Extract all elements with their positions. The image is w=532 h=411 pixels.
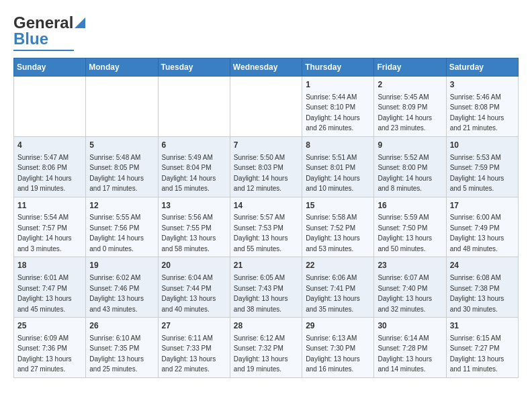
- day-number: 17: [450, 200, 515, 212]
- day-number: 7: [234, 140, 298, 151]
- weekday-header-tuesday: Tuesday: [158, 58, 230, 77]
- day-info: Sunrise: 5:44 AM Sunset: 8:10 PM Dayligh…: [306, 93, 360, 132]
- calendar-cell: 8Sunrise: 5:51 AM Sunset: 8:01 PM Daylig…: [302, 136, 374, 197]
- calendar-cell: 15Sunrise: 5:58 AM Sunset: 7:52 PM Dayli…: [302, 197, 374, 257]
- calendar-week-row: 25Sunrise: 6:09 AM Sunset: 7:36 PM Dayli…: [14, 318, 519, 378]
- calendar-cell: 18Sunrise: 6:01 AM Sunset: 7:47 PM Dayli…: [14, 257, 86, 318]
- day-info: Sunrise: 6:14 AM Sunset: 7:28 PM Dayligh…: [378, 334, 432, 373]
- calendar-cell: 3Sunrise: 5:46 AM Sunset: 8:08 PM Daylig…: [446, 77, 518, 137]
- day-number: 24: [450, 260, 515, 271]
- day-info: Sunrise: 5:51 AM Sunset: 8:01 PM Dayligh…: [306, 154, 360, 193]
- calendar-cell: 23Sunrise: 6:07 AM Sunset: 7:40 PM Dayli…: [374, 257, 446, 318]
- day-number: 8: [306, 140, 370, 151]
- calendar-header: SundayMondayTuesdayWednesdayThursdayFrid…: [14, 58, 519, 77]
- weekday-header-thursday: Thursday: [302, 58, 374, 77]
- calendar-cell: 27Sunrise: 6:11 AM Sunset: 7:33 PM Dayli…: [158, 318, 230, 378]
- weekday-header-sunday: Sunday: [14, 58, 86, 77]
- day-info: Sunrise: 6:09 AM Sunset: 7:36 PM Dayligh…: [17, 334, 72, 373]
- day-info: Sunrise: 5:59 AM Sunset: 7:50 PM Dayligh…: [378, 214, 432, 253]
- day-number: 19: [89, 260, 154, 271]
- day-number: 10: [450, 140, 515, 151]
- day-info: Sunrise: 6:05 AM Sunset: 7:43 PM Dayligh…: [234, 274, 288, 313]
- weekday-header-friday: Friday: [374, 58, 446, 77]
- day-info: Sunrise: 5:58 AM Sunset: 7:52 PM Dayligh…: [306, 214, 360, 253]
- day-info: Sunrise: 5:48 AM Sunset: 8:05 PM Dayligh…: [89, 154, 144, 193]
- day-info: Sunrise: 6:01 AM Sunset: 7:47 PM Dayligh…: [17, 274, 72, 313]
- day-number: 18: [17, 260, 82, 271]
- day-number: 9: [378, 140, 442, 151]
- day-number: 2: [378, 79, 442, 91]
- calendar-cell: 12Sunrise: 5:55 AM Sunset: 7:56 PM Dayli…: [86, 197, 158, 257]
- weekday-header-wednesday: Wednesday: [230, 58, 302, 77]
- day-number: 30: [378, 320, 442, 332]
- calendar-cell: 16Sunrise: 5:59 AM Sunset: 7:50 PM Dayli…: [374, 197, 446, 257]
- day-number: 23: [378, 260, 442, 271]
- day-info: Sunrise: 5:53 AM Sunset: 7:59 PM Dayligh…: [450, 154, 504, 193]
- day-info: Sunrise: 5:47 AM Sunset: 8:06 PM Dayligh…: [17, 154, 72, 193]
- day-info: Sunrise: 6:08 AM Sunset: 7:38 PM Dayligh…: [450, 274, 504, 313]
- day-number: 28: [234, 320, 298, 332]
- day-number: 29: [306, 320, 370, 332]
- calendar-cell: [158, 77, 230, 137]
- day-number: 3: [450, 79, 515, 91]
- calendar-cell: 7Sunrise: 5:50 AM Sunset: 8:03 PM Daylig…: [230, 136, 302, 197]
- calendar-cell: 21Sunrise: 6:05 AM Sunset: 7:43 PM Dayli…: [230, 257, 302, 318]
- calendar-cell: [86, 77, 158, 137]
- day-info: Sunrise: 6:10 AM Sunset: 7:35 PM Dayligh…: [89, 334, 144, 373]
- weekday-header-monday: Monday: [86, 58, 158, 77]
- day-number: 5: [89, 140, 154, 151]
- day-info: Sunrise: 6:00 AM Sunset: 7:49 PM Dayligh…: [450, 214, 504, 253]
- day-info: Sunrise: 6:06 AM Sunset: 7:41 PM Dayligh…: [306, 274, 360, 313]
- day-info: Sunrise: 5:57 AM Sunset: 7:53 PM Dayligh…: [234, 214, 288, 253]
- calendar-week-row: 11Sunrise: 5:54 AM Sunset: 7:57 PM Dayli…: [14, 197, 519, 257]
- day-info: Sunrise: 6:04 AM Sunset: 7:44 PM Dayligh…: [162, 274, 216, 313]
- logo-arrow-icon: [73, 16, 87, 30]
- day-number: 6: [162, 140, 226, 151]
- day-info: Sunrise: 5:49 AM Sunset: 8:04 PM Dayligh…: [162, 154, 216, 193]
- calendar-week-row: 1Sunrise: 5:44 AM Sunset: 8:10 PM Daylig…: [14, 77, 519, 137]
- weekday-header-saturday: Saturday: [446, 58, 518, 77]
- calendar-week-row: 4Sunrise: 5:47 AM Sunset: 8:06 PM Daylig…: [14, 136, 519, 197]
- day-number: 4: [17, 140, 82, 151]
- calendar-cell: [230, 77, 302, 137]
- calendar-cell: 19Sunrise: 6:02 AM Sunset: 7:46 PM Dayli…: [86, 257, 158, 318]
- day-number: 12: [89, 200, 154, 212]
- svg-marker-0: [75, 17, 85, 28]
- calendar-cell: 2Sunrise: 5:45 AM Sunset: 8:09 PM Daylig…: [374, 77, 446, 137]
- day-number: 31: [450, 320, 515, 332]
- day-info: Sunrise: 6:11 AM Sunset: 7:33 PM Dayligh…: [162, 334, 216, 373]
- calendar-cell: 22Sunrise: 6:06 AM Sunset: 7:41 PM Dayli…: [302, 257, 374, 318]
- calendar-cell: 24Sunrise: 6:08 AM Sunset: 7:38 PM Dayli…: [446, 257, 518, 318]
- day-info: Sunrise: 6:13 AM Sunset: 7:30 PM Dayligh…: [306, 334, 360, 373]
- logo-blue: Blue: [13, 30, 48, 48]
- day-number: 21: [234, 260, 298, 271]
- calendar-cell: 28Sunrise: 6:12 AM Sunset: 7:32 PM Dayli…: [230, 318, 302, 378]
- calendar-table: SundayMondayTuesdayWednesdayThursdayFrid…: [13, 58, 519, 378]
- day-number: 1: [306, 79, 370, 91]
- page-header: General Blue: [13, 13, 519, 51]
- calendar-cell: 10Sunrise: 5:53 AM Sunset: 7:59 PM Dayli…: [446, 136, 518, 197]
- day-number: 14: [234, 200, 298, 212]
- day-info: Sunrise: 5:56 AM Sunset: 7:55 PM Dayligh…: [162, 214, 216, 253]
- calendar-cell: 13Sunrise: 5:56 AM Sunset: 7:55 PM Dayli…: [158, 197, 230, 257]
- calendar-cell: 17Sunrise: 6:00 AM Sunset: 7:49 PM Dayli…: [446, 197, 518, 257]
- calendar-cell: 5Sunrise: 5:48 AM Sunset: 8:05 PM Daylig…: [86, 136, 158, 197]
- day-info: Sunrise: 5:46 AM Sunset: 8:08 PM Dayligh…: [450, 93, 504, 132]
- day-number: 11: [17, 200, 82, 212]
- calendar-cell: 31Sunrise: 6:15 AM Sunset: 7:27 PM Dayli…: [446, 318, 518, 378]
- day-number: 22: [306, 260, 370, 271]
- day-info: Sunrise: 5:50 AM Sunset: 8:03 PM Dayligh…: [234, 154, 288, 193]
- day-number: 13: [162, 200, 226, 212]
- calendar-cell: 4Sunrise: 5:47 AM Sunset: 8:06 PM Daylig…: [14, 136, 86, 197]
- day-info: Sunrise: 6:02 AM Sunset: 7:46 PM Dayligh…: [89, 274, 144, 313]
- day-number: 15: [306, 200, 370, 212]
- logo-underline: [13, 50, 74, 51]
- calendar-cell: 26Sunrise: 6:10 AM Sunset: 7:35 PM Dayli…: [86, 318, 158, 378]
- day-info: Sunrise: 6:07 AM Sunset: 7:40 PM Dayligh…: [378, 274, 432, 313]
- calendar-cell: 25Sunrise: 6:09 AM Sunset: 7:36 PM Dayli…: [14, 318, 86, 378]
- day-number: 26: [89, 320, 154, 332]
- day-number: 25: [17, 320, 82, 332]
- calendar-cell: [14, 77, 86, 137]
- calendar-cell: 6Sunrise: 5:49 AM Sunset: 8:04 PM Daylig…: [158, 136, 230, 197]
- calendar-cell: 29Sunrise: 6:13 AM Sunset: 7:30 PM Dayli…: [302, 318, 374, 378]
